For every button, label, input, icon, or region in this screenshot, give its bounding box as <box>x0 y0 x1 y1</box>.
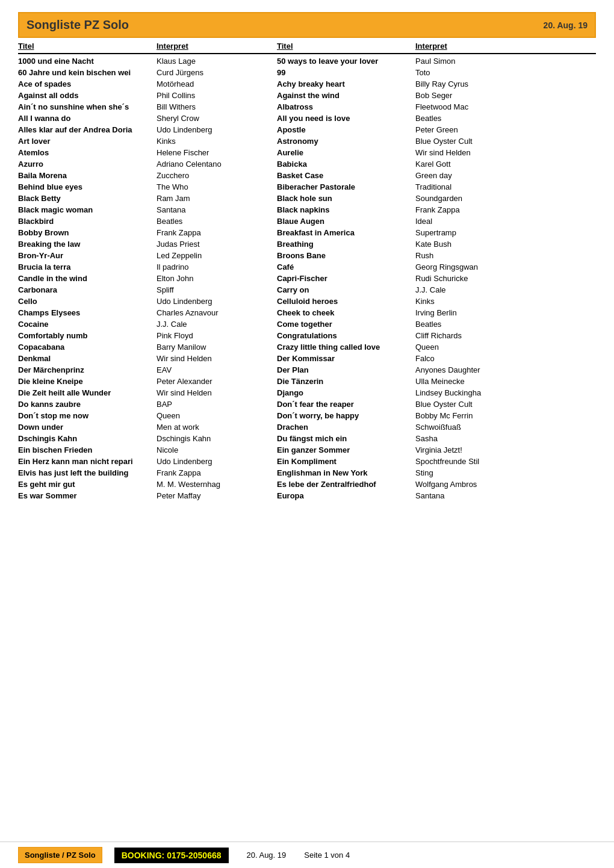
song-title-right: Crazy little thing called love <box>277 343 415 352</box>
song-title-left: Die kleine Kneipe <box>18 377 157 386</box>
table-row: Don´t stop me nowQueenDon´t worry, be ha… <box>18 410 596 421</box>
song-interpret-left: Frank Zappa <box>157 468 277 477</box>
song-interpret-left: Helene Fischer <box>157 148 277 157</box>
song-title-right: Es lebe der Zentralfriedhof <box>277 480 415 489</box>
table-row: Ain´t no sunshine when she´sBill Withers… <box>18 101 596 113</box>
song-title-right: Breakfast in America <box>277 228 415 237</box>
table-row: Ein Herz kann man nicht repariUdo Linden… <box>18 456 596 467</box>
song-title-left: Alles klar auf der Andrea Doria <box>18 125 157 134</box>
table-row: Do kanns zaubreBAPDon´t fear the reaperB… <box>18 398 596 410</box>
song-title-left: Es war Sommer <box>18 491 157 500</box>
table-row: Ein bischen FriedenNicoleEin ganzer Somm… <box>18 444 596 456</box>
song-interpret-left: Ram Jam <box>157 194 277 203</box>
song-interpret-left: Led Zeppelin <box>157 251 277 260</box>
song-interpret-left: Klaus Lage <box>157 57 277 66</box>
song-title-left: Cello <box>18 297 157 306</box>
table-row: Die kleine KneipePeter AlexanderDie Tänz… <box>18 376 596 387</box>
table-row: Alles klar auf der Andrea DoriaUdo Linde… <box>18 124 596 135</box>
song-interpret-left: Judas Priest <box>157 240 277 249</box>
table-row: CocaineJ.J. CaleCome togetherBeatles <box>18 318 596 330</box>
song-title-left: Against all odds <box>18 91 157 100</box>
song-title-left: Comfortably numb <box>18 331 157 340</box>
song-interpret-right: Billy Ray Cyrus <box>415 79 536 88</box>
song-interpret-right: Spochtfreunde Stil <box>415 457 536 466</box>
song-interpret-left: Charles Aznavour <box>157 308 277 317</box>
song-title-left: Carbonara <box>18 285 157 294</box>
song-interpret-left: Wir sind Helden <box>157 354 277 363</box>
song-interpret-right: Rush <box>415 251 536 260</box>
song-title-left: Blackbird <box>18 217 157 226</box>
song-interpret-right: Soundgarden <box>415 194 536 203</box>
song-title-left: Bron-Yr-Aur <box>18 251 157 260</box>
table-row: CelloUdo LindenbergCelluloid heroesKinks <box>18 296 596 307</box>
song-title-right: Ein Kompliment <box>277 457 415 466</box>
table-row: Behind blue eyesThe WhoBiberacher Pastor… <box>18 181 596 193</box>
song-interpret-left: J.J. Cale <box>157 320 277 329</box>
table-row: AtemlosHelene FischerAurelieWir sind Hel… <box>18 147 596 158</box>
song-interpret-left: Udo Lindenberg <box>157 457 277 466</box>
song-title-left: Down under <box>18 423 157 432</box>
song-title-right: Der Plan <box>277 365 415 374</box>
table-row: Dschingis KahnDschingis KahnDu fängst mi… <box>18 433 596 444</box>
col-header-interpret1: Interpret <box>157 42 277 51</box>
song-title-left: Brucia la terra <box>18 262 157 271</box>
song-title-right: Englishman in New York <box>277 468 415 477</box>
song-interpret-right: Schwoißfuaß <box>415 423 536 432</box>
song-interpret-right: Sasha <box>415 434 536 443</box>
song-interpret-right: Fleetwood Mac <box>415 102 536 111</box>
song-title-right: Congratulations <box>277 331 415 340</box>
song-title-left: Cocaine <box>18 320 157 329</box>
song-title-right: Albatross <box>277 102 415 111</box>
song-title-right: Drachen <box>277 423 415 432</box>
song-interpret-right: Ideal <box>415 217 536 226</box>
song-title-right: Café <box>277 262 415 271</box>
table-row: Elvis has just left the buildingFrank Za… <box>18 467 596 479</box>
song-title-right: Der Kommissar <box>277 354 415 363</box>
song-title-left: Black Betty <box>18 194 157 203</box>
song-interpret-right: Beatles <box>415 320 536 329</box>
footer-date: 20. Aug. 19 <box>247 851 287 860</box>
song-title-right: Biberacher Pastorale <box>277 182 415 191</box>
song-interpret-right: Peter Green <box>415 125 536 134</box>
song-interpret-right: Rudi Schuricke <box>415 274 536 283</box>
song-title-left: Do kanns zaubre <box>18 400 157 409</box>
song-title-right: Django <box>277 388 415 397</box>
song-title-left: Es geht mir gut <box>18 480 157 489</box>
song-title-right: Breathing <box>277 240 415 249</box>
table-row: BlackbirdBeatlesBlaue AugenIdeal <box>18 215 596 227</box>
song-title-right: Astronomy <box>277 137 415 146</box>
header-date: 20. Aug. 19 <box>544 20 588 30</box>
song-interpret-left: Queen <box>157 411 277 420</box>
song-title-left: Baila Morena <box>18 171 157 180</box>
table-row: DenkmalWir sind HeldenDer KommissarFalco <box>18 353 596 364</box>
footer-booking: BOOKING: 0175-2050668 <box>114 848 229 863</box>
song-title-right: Du fängst mich ein <box>277 434 415 443</box>
song-title-right: Broons Bane <box>277 251 415 260</box>
song-interpret-right: Kinks <box>415 297 536 306</box>
table-row: Bobby BrownFrank ZappaBreakfast in Ameri… <box>18 227 596 238</box>
song-interpret-right: Traditional <box>415 182 536 191</box>
song-interpret-right: Virginia Jetzt! <box>415 445 536 454</box>
song-interpret-left: Adriano Celentano <box>157 160 277 169</box>
song-title-left: Ace of spades <box>18 79 157 88</box>
song-title-right: 99 <box>277 68 415 77</box>
footer: Songliste / PZ Solo BOOKING: 0175-205066… <box>0 842 614 868</box>
song-interpret-right: Blue Oyster Cult <box>415 400 536 409</box>
song-title-left: Dschingis Kahn <box>18 434 157 443</box>
table-row: Against all oddsPhil CollinsAgainst the … <box>18 90 596 101</box>
song-title-right: Black hole sun <box>277 194 415 203</box>
song-interpret-left: Curd Jürgens <box>157 68 277 77</box>
song-title-right: Die Tänzerin <box>277 377 415 386</box>
song-interpret-left: EAV <box>157 365 277 374</box>
song-title-left: Breaking the law <box>18 240 157 249</box>
song-title-right: Black napkins <box>277 205 415 214</box>
song-title-left: Black magic woman <box>18 205 157 214</box>
page-container: Songliste PZ Solo 20. Aug. 19 Titel Inte… <box>0 0 614 501</box>
song-interpret-left: Zucchero <box>157 171 277 180</box>
table-row: 1000 und eine NachtKlaus Lage50 ways to … <box>18 55 596 67</box>
song-title-right: Don´t fear the reaper <box>277 400 415 409</box>
table-row: AzurroAdriano CelentanoBabickaKarel Gott <box>18 158 596 170</box>
song-title-left: Die Zeit heilt alle Wunder <box>18 388 157 397</box>
song-title-right: Achy breaky heart <box>277 79 415 88</box>
col-header-interpret2: Interpret <box>415 42 536 51</box>
